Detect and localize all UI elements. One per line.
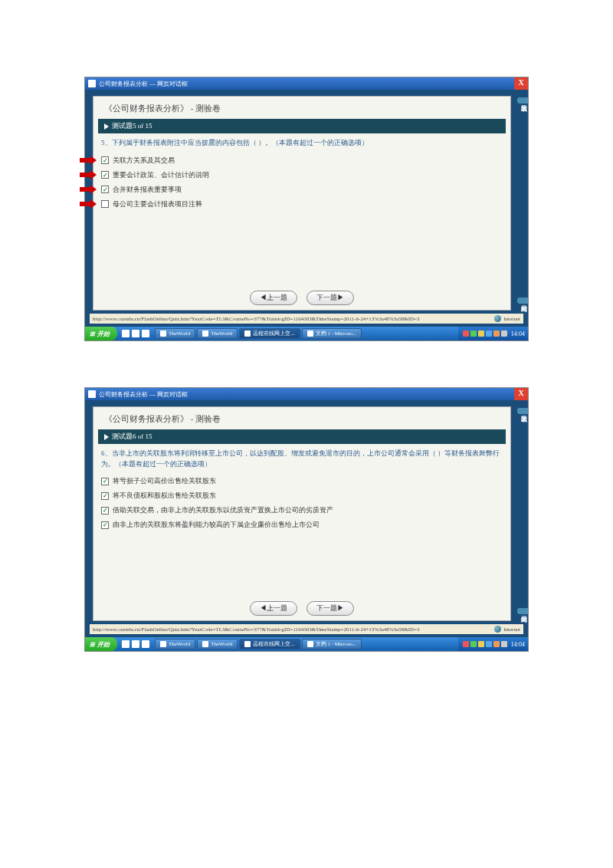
option-row[interactable]: 将亏损子公司高价出售给关联股东 (101, 474, 503, 488)
taskbar-item[interactable]: TheWorld (155, 328, 195, 339)
tray-icon[interactable] (470, 330, 477, 337)
tray-icon[interactable] (486, 330, 492, 337)
close-button[interactable]: X (514, 388, 528, 400)
tray-icon[interactable] (493, 641, 500, 647)
checkbox[interactable] (101, 186, 109, 193)
clock[interactable]: 14:04 (511, 641, 525, 648)
taskbar: ⊞ 开始 TheWorldTheWorld远程在线网上交...文档 1 - Mi… (85, 327, 528, 340)
nav-buttons: ◀上一题 下一题▶ (93, 284, 510, 310)
ql-icon[interactable] (142, 330, 149, 337)
windows-icon: ⊞ (90, 641, 95, 648)
start-button[interactable]: ⊞ 开始 (85, 637, 117, 651)
checkbox[interactable] (101, 478, 109, 485)
option-label: 母公司主要会计报表项目注释 (113, 199, 202, 209)
start-button[interactable]: ⊞ 开始 (85, 327, 117, 340)
tray-icon[interactable] (478, 330, 484, 337)
system-tray: 14:04 (458, 327, 528, 340)
browser-titlebar: 公司财务报表分析 — 网页对话框 X (85, 388, 528, 400)
task-item-icon (202, 641, 208, 647)
quiz-title: 《公司财务报表分析》 - 测验卷 (93, 407, 510, 429)
checkbox[interactable] (101, 492, 109, 500)
checkbox[interactable] (101, 521, 109, 529)
ql-icon[interactable] (142, 640, 149, 648)
app-icon (88, 80, 96, 87)
task-item-icon (160, 641, 166, 647)
red-arrow-icon (80, 186, 98, 193)
option-row[interactable]: 由非上市的关联股东将盈利能力较高的下属企业廉价出售给上市公司 (101, 518, 503, 532)
browser-titlebar: 公司财务报表分析 — 网页对话框 X (85, 77, 528, 90)
option-row[interactable]: 合并财务报表重要事项 (101, 182, 503, 197)
question-text: 6、当非上市的关联股东将利润转移至上市公司，以达到配股、增发或避免退市的目的，上… (101, 449, 503, 469)
system-tray: 14:04 (458, 637, 528, 651)
status-url-text: http://www.ourndu.cn/FlashOnline/Quiz.ht… (93, 626, 419, 633)
option-row[interactable]: 关联方关系及其交易 (101, 153, 503, 168)
option-label: 将不良债权和股权出售给关联股东 (113, 491, 216, 501)
option-row[interactable]: 重要会计政策、会计估计的说明 (101, 168, 503, 182)
side-tab-time[interactable]: 显示时间 (517, 298, 528, 304)
tray-icon[interactable] (486, 641, 492, 647)
clock[interactable]: 14:04 (511, 330, 525, 337)
close-button[interactable]: X (514, 77, 528, 90)
question-area: 5、下列属于财务报表附注中应当披露的内容包括（ ）。（本题有超过一个的正确选项）… (93, 133, 510, 284)
quiz-title: 《公司财务报表分析》 - 测验卷 (93, 97, 510, 119)
side-tab-attachments[interactable]: 显示附表 (517, 97, 528, 104)
quick-launch (122, 330, 149, 337)
red-arrow-icon (80, 200, 98, 208)
globe-icon (494, 315, 501, 322)
tray-icon[interactable] (478, 641, 484, 647)
app-frame: 显示附表 显示时间 《公司财务报表分析》 - 测验卷 测试题6 of 15 6、… (85, 400, 528, 637)
tray-icon[interactable] (470, 641, 477, 647)
option-row[interactable]: 将不良债权和股权出售给关联股东 (101, 488, 503, 503)
progress-arrow-icon (104, 434, 109, 440)
task-item-icon (307, 641, 313, 647)
taskbar-item[interactable]: 远程在线网上交... (239, 328, 300, 339)
tray-icon[interactable] (493, 330, 500, 337)
internet-zone: Internet (494, 626, 520, 633)
screenshot-1: 公司财务报表分析 — 网页对话框 X 显示附表 显示时间 《公司财务报表分析》 … (84, 77, 529, 341)
app-frame: 显示附表 显示时间 《公司财务报表分析》 - 测验卷 测试题5 of 15 5、… (85, 90, 528, 327)
option-label: 将亏损子公司高价出售给关联股东 (113, 476, 216, 486)
taskbar-item[interactable]: TheWorld (197, 328, 238, 339)
screenshot-2: 公司财务报表分析 — 网页对话框 X 显示附表 显示时间 《公司财务报表分析》 … (84, 387, 529, 652)
content-panel: 《公司财务报表分析》 - 测验卷 测试题5 of 15 5、下列属于财务报表附注… (93, 96, 511, 311)
taskbar-item[interactable]: TheWorld (197, 639, 238, 649)
option-label: 重要会计政策、会计估计的说明 (113, 170, 209, 180)
checkbox[interactable] (101, 156, 109, 164)
next-button[interactable]: 下一题▶ (306, 291, 354, 305)
ql-icon[interactable] (122, 640, 129, 648)
prev-button[interactable]: ◀上一题 (250, 601, 297, 616)
progress-bar: 测试题5 of 15 (98, 119, 506, 133)
window-title: 公司财务报表分析 — 网页对话框 (99, 390, 188, 399)
ql-icon[interactable] (122, 330, 129, 337)
tray-icon[interactable] (501, 641, 507, 647)
option-label: 合并财务报表重要事项 (113, 185, 182, 195)
app-icon (88, 390, 96, 398)
tray-icon[interactable] (463, 330, 469, 337)
tray-icon[interactable] (501, 330, 507, 337)
option-row[interactable]: 借助关联交易，由非上市的关联股东以优质资产置换上市公司的劣质资产 (101, 503, 503, 518)
taskbar-item[interactable]: 文档 1 - Microso... (302, 639, 362, 649)
side-tab-attachments[interactable]: 显示附表 (517, 408, 528, 414)
question-area: 6、当非上市的关联股东将利润转移至上市公司，以达到配股、增发或避免退市的目的，上… (93, 444, 510, 595)
checkbox[interactable] (101, 507, 109, 515)
tray-icon[interactable] (463, 641, 469, 647)
internet-zone: Internet (494, 315, 520, 322)
next-button[interactable]: 下一题▶ (306, 601, 354, 616)
taskbar: ⊞ 开始 TheWorldTheWorld远程在线网上交...文档 1 - Mi… (85, 637, 528, 651)
task-item-icon (244, 330, 251, 337)
taskbar-item[interactable]: 文档 1 - Microso... (302, 328, 362, 339)
task-item-icon (307, 330, 313, 337)
ql-icon[interactable] (132, 640, 139, 648)
content-panel: 《公司财务报表分析》 - 测验卷 测试题6 of 15 6、当非上市的关联股东将… (93, 406, 511, 621)
checkbox[interactable] (101, 200, 109, 208)
option-row[interactable]: 母公司主要会计报表项目注释 (101, 197, 503, 212)
taskbar-item[interactable]: TheWorld (155, 639, 195, 649)
checkbox[interactable] (101, 171, 109, 179)
taskbar-item[interactable]: 远程在线网上交... (239, 639, 300, 649)
windows-icon: ⊞ (90, 330, 95, 337)
ql-icon[interactable] (132, 330, 139, 337)
prev-button[interactable]: ◀上一题 (250, 291, 297, 305)
quick-launch (122, 640, 149, 648)
side-tab-time[interactable]: 显示时间 (517, 608, 528, 614)
globe-icon (494, 626, 501, 633)
